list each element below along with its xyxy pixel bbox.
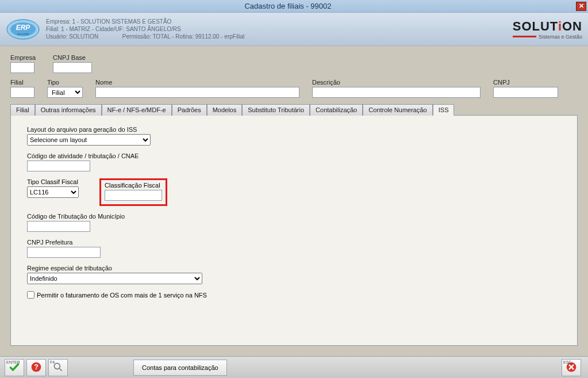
regime-select[interactable]: Indefinido <box>27 273 202 284</box>
tab-container: Filial Outras informações NF-e / NFS-e/M… <box>10 104 578 346</box>
nome-label: Nome <box>95 79 299 86</box>
tab-strip: Filial Outras informações NF-e / NFS-e/M… <box>10 104 578 116</box>
content-area: Empresa CNPJ Base Filial Tipo Filial Nom… <box>0 46 588 356</box>
esc-cancel-button[interactable]: ESC <box>562 359 581 376</box>
tab-filial[interactable]: Filial <box>10 104 35 116</box>
cnpj-prefeitura-label: CNPJ Prefeitura <box>27 239 561 246</box>
search-button[interactable]: F4 <box>48 359 68 376</box>
enter-confirm-button[interactable]: ENTER <box>5 359 24 376</box>
cnpj-input[interactable] <box>493 87 558 98</box>
tab-contabilizacao[interactable]: Contabilização <box>310 104 363 116</box>
header-filial: Filial: 1 - MATRIZ - Cidade/UF: SANTO ÂN… <box>46 25 513 33</box>
highlight-classificacao-fiscal: Classificação Fiscal <box>99 178 167 206</box>
header-usuario: Usuário: SOLUTION <box>46 33 98 40</box>
svg-point-6 <box>54 363 60 369</box>
tipo-select[interactable]: Filial <box>47 87 83 98</box>
tab-padroes[interactable]: Padrões <box>172 104 207 116</box>
tab-iss[interactable]: ISS <box>433 104 455 116</box>
svg-text:SOLUTION: SOLUTION <box>17 33 29 36</box>
cnpj-label: CNPJ <box>493 79 558 86</box>
descricao-label: Descrição <box>312 79 481 86</box>
permitir-faturamento-checkbox[interactable] <box>27 291 34 299</box>
erp-logo-icon: ERP SOLUTION <box>6 18 40 41</box>
tab-modelos[interactable]: Modelos <box>207 104 243 116</box>
descricao-input[interactable] <box>312 87 481 98</box>
layout-label: Layout do arquivo para geração do ISS <box>27 126 561 133</box>
filial-label: Filial <box>10 79 34 86</box>
footer-bar: ENTER ? F4 Contas para contabilização ES… <box>0 356 588 378</box>
window-titlebar: Cadastro de filiais - 99002 ✕ <box>0 0 588 13</box>
filial-input[interactable] <box>10 87 34 98</box>
svg-line-7 <box>60 368 62 371</box>
classificacao-fiscal-input[interactable] <box>105 190 162 201</box>
close-button[interactable]: ✕ <box>576 2 586 11</box>
nome-input[interactable] <box>95 87 299 98</box>
header-permissao: Permissão: TOTAL - Rotina: 99112.00 - er… <box>122 33 245 40</box>
help-icon: ? <box>30 361 42 374</box>
tipo-classif-label: Tipo Classif Fiscal <box>27 178 79 185</box>
window-title: Cadastro de filiais - 99002 <box>0 2 576 10</box>
cnpj-prefeitura-input[interactable] <box>27 247 101 258</box>
tab-substituto-tributario[interactable]: Substituto Tributário <box>242 104 310 116</box>
tab-body-iss: Layout do arquivo para geração do ISS Se… <box>10 116 578 346</box>
codigo-atividade-label: Código de atividade / tributação / CNAE <box>27 152 561 159</box>
codigo-atividade-input[interactable] <box>27 161 90 171</box>
layout-select[interactable]: Selecione um layout <box>27 134 151 146</box>
codigo-trib-label: Código de Tributação do Município <box>27 213 561 220</box>
svg-text:?: ? <box>34 363 39 371</box>
empresa-input[interactable] <box>10 62 34 73</box>
help-button[interactable]: ? <box>26 359 46 376</box>
permitir-faturamento-label: Permitir o faturamento de OS com mais de… <box>37 292 207 299</box>
cnpj-base-input[interactable] <box>53 62 92 73</box>
header-info: Empresa: 1 - SOLUTION SISTEMAS E GESTÃO … <box>46 18 513 40</box>
app-header: ERP SOLUTION Empresa: 1 - SOLUTION SISTE… <box>0 13 588 46</box>
cnpj-base-label: CNPJ Base <box>53 54 92 61</box>
solution-logo: SOLUTiON Sistemas e Gestão <box>513 19 582 40</box>
tipo-classif-select[interactable]: LC116 <box>27 186 79 198</box>
contas-contabilizacao-button[interactable]: Contas para contabilização <box>133 360 227 376</box>
regime-label: Regime especial de tributação <box>27 265 561 272</box>
header-empresa: Empresa: 1 - SOLUTION SISTEMAS E GESTÃO <box>46 18 513 25</box>
class-fiscal-label: Classificação Fiscal <box>105 182 162 189</box>
tab-controle-numeracao[interactable]: Controle Numeração <box>363 104 433 116</box>
tab-outras-informacoes[interactable]: Outras informações <box>35 104 102 116</box>
tab-nfe-nfse-mdfe[interactable]: NF-e / NFS-e/MDF-e <box>102 104 172 116</box>
svg-text:ERP: ERP <box>16 24 31 32</box>
codigo-trib-input[interactable] <box>27 221 90 232</box>
empresa-label: Empresa <box>10 54 36 61</box>
tipo-label: Tipo <box>47 79 83 86</box>
